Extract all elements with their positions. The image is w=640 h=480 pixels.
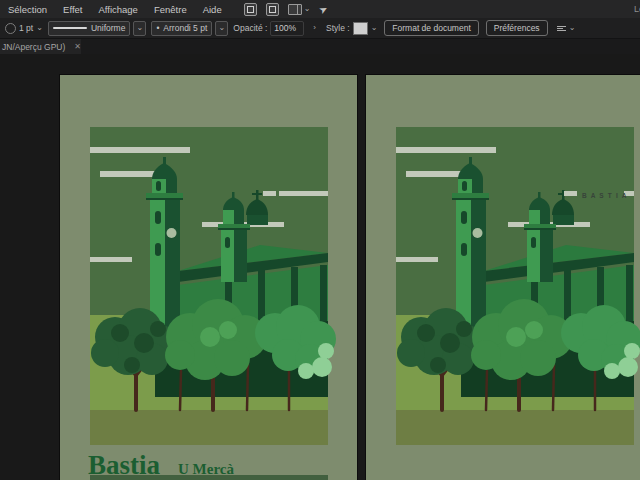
opacity-label: Opacité :	[233, 23, 267, 33]
preferences-button[interactable]: Préférences	[486, 20, 548, 36]
tab-bar: JN/Aperçu GPU) ✕	[0, 39, 640, 54]
stroke-weight-value[interactable]: 1 pt	[19, 23, 33, 33]
brush-dot-icon: •	[156, 23, 159, 33]
share-icon[interactable]: ➤	[317, 2, 330, 16]
chevron-right-icon[interactable]: ›	[313, 24, 316, 32]
brush-definition-chevron[interactable]: ⌄	[215, 21, 228, 36]
artboard-right[interactable]: B A S T I A	[366, 75, 640, 480]
document-layout-icon[interactable]	[266, 3, 279, 16]
stroke-profile-icon	[53, 27, 87, 29]
chevron-down-icon: ⌄	[304, 5, 311, 13]
brush-definition-value: Arrondi 5 pt	[163, 23, 207, 33]
document-setup-button[interactable]: Format de document	[384, 20, 478, 36]
chevron-down-icon: ⌄	[137, 24, 144, 32]
menu-window[interactable]: Fenêtre	[146, 0, 195, 18]
control-bar: 1 pt ⌄ Uniforme ⌄ • Arrondi 5 pt ⌄ Opaci…	[0, 18, 640, 39]
brush-definition-dropdown[interactable]: • Arrondi 5 pt	[151, 21, 212, 36]
document-tab[interactable]: JN/Aperçu GPU) ✕	[0, 39, 81, 54]
chevron-down-icon[interactable]: ⌄	[569, 24, 576, 32]
canvas[interactable]: Bastia U Mercà B A S T I A	[0, 54, 640, 480]
menu-help[interactable]: Aide	[195, 0, 230, 18]
right-poster-art: B A S T I A	[366, 75, 640, 480]
left-poster-art: Bastia U Mercà	[60, 75, 357, 480]
cloud-bars	[263, 191, 328, 196]
opacity-input[interactable]: 100%	[270, 21, 304, 36]
poster-subtitle: U Mercà	[178, 461, 234, 477]
stroke-profile-chevron[interactable]: ⌄	[133, 21, 146, 36]
stroke-icon	[5, 23, 16, 34]
chevron-down-icon[interactable]: ⌄	[36, 24, 43, 32]
style-swatch[interactable]	[353, 22, 368, 35]
poster-header-label: B A S T I A	[582, 192, 628, 199]
menu-bar-truncated-label: Le	[634, 4, 640, 14]
chevron-down-icon: ⌄	[218, 24, 225, 32]
illustrator-window: Sélection Effet Affichage Fenêtre Aide ⌄…	[0, 0, 640, 480]
stroke-profile-dropdown[interactable]: Uniforme	[48, 21, 130, 36]
document-tab-label: JN/Aperçu GPU)	[2, 42, 65, 52]
close-icon[interactable]: ✕	[74, 42, 81, 51]
menu-bar: Sélection Effet Affichage Fenêtre Aide ⌄…	[0, 0, 640, 18]
arrange-documents-icon[interactable]	[244, 3, 257, 16]
chevron-down-icon[interactable]: ⌄	[371, 24, 378, 32]
menu-selection[interactable]: Sélection	[0, 0, 55, 18]
style-label: Style :	[326, 23, 350, 33]
workspace-icon	[288, 4, 302, 15]
poster-title: Bastia	[88, 450, 161, 480]
menu-view[interactable]: Affichage	[90, 0, 145, 18]
panel-options-icon[interactable]	[557, 26, 566, 31]
menu-effect[interactable]: Effet	[55, 0, 90, 18]
artboard-left[interactable]: Bastia U Mercà	[60, 75, 357, 480]
stroke-profile-value: Uniforme	[91, 23, 125, 33]
workspace-switcher[interactable]: ⌄	[288, 4, 311, 15]
